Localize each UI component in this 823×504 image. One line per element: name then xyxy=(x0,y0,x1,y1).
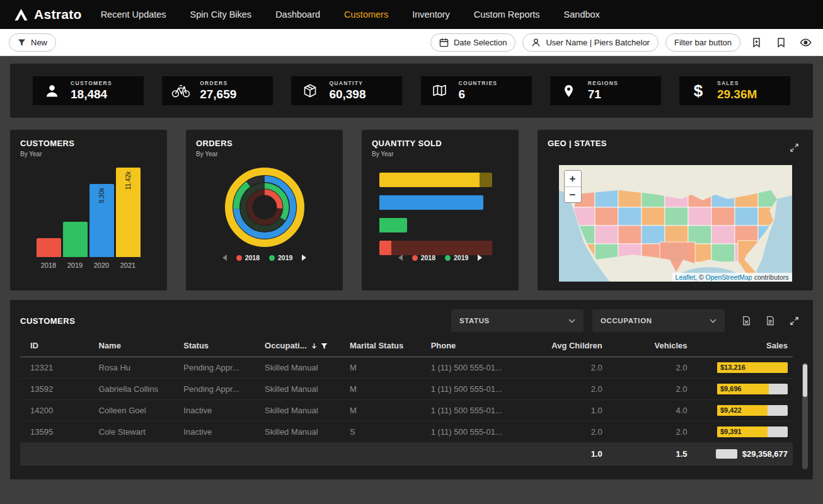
expand-table-button[interactable] xyxy=(785,312,803,329)
panel-quantity-sold-by-year: QUANTITY SOLD By Year 2018 2019 xyxy=(362,130,519,290)
nav-item-custom-reports[interactable]: Custom Reports xyxy=(474,9,540,20)
state-region[interactable] xyxy=(665,207,688,226)
state-region[interactable] xyxy=(688,207,711,226)
eye-icon[interactable] xyxy=(797,33,814,51)
new-button-label: New xyxy=(31,38,47,47)
state-region[interactable] xyxy=(711,226,735,244)
panel-customers-by-year: CUSTOMERS By Year 9.30k 11.42k 2018 2019… xyxy=(10,130,167,290)
bar-2018[interactable] xyxy=(37,238,61,257)
state-region[interactable] xyxy=(642,207,665,226)
export-excel-button[interactable] xyxy=(737,312,755,329)
zoom-out-button[interactable]: − xyxy=(565,186,581,202)
bicycle-icon xyxy=(171,83,190,98)
bookmark-icon[interactable] xyxy=(772,33,790,51)
state-region[interactable] xyxy=(711,207,735,226)
totals-row: 1.0 1.5 $29,358,677 xyxy=(20,443,793,466)
legend-prev-button[interactable] xyxy=(398,255,403,261)
nav-item-sandbox[interactable]: Sandbox xyxy=(564,9,600,20)
kpi-label: SALES xyxy=(717,80,757,86)
table-row[interactable]: 14200 Colleen Goel Inactive Skilled Manu… xyxy=(20,400,793,421)
legend-next-button[interactable] xyxy=(478,255,482,261)
status-filter-dropdown[interactable]: STATUS xyxy=(451,309,584,332)
bar-2021[interactable]: 11.42k xyxy=(116,168,141,257)
leaflet-map[interactable]: + − Leaflet, © OpenStreetMap contribu xyxy=(559,165,792,282)
nav-item-spin-city-bikes[interactable]: Spin City Bikes xyxy=(190,9,252,20)
column-header-phone[interactable]: Phone xyxy=(426,335,546,357)
bar-2020[interactable]: 9.30k xyxy=(89,184,114,257)
leaflet-link[interactable]: Leaflet xyxy=(676,273,696,281)
cell-name: Cole Stewart xyxy=(93,421,178,443)
legend-dot xyxy=(412,255,418,261)
occupation-filter-dropdown[interactable]: OCCUPATION xyxy=(592,309,725,332)
dropdown-label: STATUS xyxy=(459,317,490,324)
nav-item-customers[interactable]: Customers xyxy=(344,9,388,20)
state-region[interactable] xyxy=(642,226,665,244)
kpi-label: REGIONS xyxy=(588,80,618,86)
state-region[interactable] xyxy=(665,226,688,244)
zoom-in-button[interactable]: + xyxy=(565,171,581,186)
cell-phone: 1 (11) 500 555-01... xyxy=(426,421,546,443)
legend-item-2018[interactable]: 2018 xyxy=(236,254,260,261)
state-region[interactable] xyxy=(595,207,618,226)
funnel-icon xyxy=(18,38,26,47)
sales-value: $13,216 xyxy=(720,364,745,372)
quantity-bar-chart xyxy=(379,173,496,255)
column-header-status[interactable]: Status xyxy=(178,335,260,357)
new-filter-button[interactable]: New xyxy=(9,33,56,52)
column-header-occupation[interactable]: Occupati... xyxy=(260,335,345,357)
legend-item-2019[interactable]: 2019 xyxy=(269,254,292,261)
chart-title: QUANTITY SOLD xyxy=(372,139,509,148)
charts-row: CUSTOMERS By Year 9.30k 11.42k 2018 2019… xyxy=(10,130,813,290)
hbar-2019[interactable] xyxy=(379,218,496,232)
state-region[interactable] xyxy=(711,244,735,262)
brand-logo[interactable]: Astrato xyxy=(14,7,82,22)
nav-item-inventory[interactable]: Inventory xyxy=(412,9,450,20)
table-row[interactable]: 12321 Rosa Hu Pending Appr... Skilled Ma… xyxy=(20,357,793,379)
filter-bar-button[interactable]: Filter bar button xyxy=(665,33,740,52)
osm-link[interactable]: OpenStreetMap xyxy=(706,273,752,281)
kpi-label: ORDERS xyxy=(200,80,236,86)
legend-prev-button[interactable] xyxy=(222,255,227,261)
nav-item-dashboard[interactable]: Dashboard xyxy=(275,9,320,20)
hbar-2020[interactable] xyxy=(379,195,496,210)
cell-occupation: Skilled Manual xyxy=(260,379,345,400)
state-region[interactable] xyxy=(735,207,758,226)
expand-map-button[interactable] xyxy=(785,139,803,156)
orders-donut-chart[interactable] xyxy=(219,161,311,253)
column-header-marital-status[interactable]: Marital Status xyxy=(345,335,426,357)
x-axis-labels: 2018 2019 2020 2021 xyxy=(37,261,141,269)
scrollbar-thumb[interactable] xyxy=(803,364,807,397)
legend-next-button[interactable] xyxy=(302,255,306,261)
cell-name: Gabriella Collins xyxy=(93,379,178,400)
column-header-sales[interactable]: Sales xyxy=(693,335,793,357)
legend-item-2019[interactable]: 2019 xyxy=(445,254,468,261)
table-row[interactable]: 13592 Gabriella Collins Pending Appr... … xyxy=(20,379,793,400)
export-document-button[interactable] xyxy=(761,312,779,329)
bar-2019[interactable] xyxy=(63,222,88,257)
filter-bar-label: Filter bar button xyxy=(674,38,732,47)
state-region[interactable] xyxy=(688,226,711,244)
us-states-map[interactable] xyxy=(559,165,792,282)
chart-legend: 2018 2019 xyxy=(362,254,519,261)
hbar-2018[interactable] xyxy=(379,241,496,255)
table-row[interactable]: 13595 Cole Stewart Inactive Skilled Manu… xyxy=(20,421,793,443)
column-header-avg-children[interactable]: Avg Children xyxy=(546,335,607,357)
cell-occupation: Skilled Manual xyxy=(260,357,345,379)
user-button[interactable]: User Name | Piers Batchelor xyxy=(522,33,659,52)
column-header-id[interactable]: ID xyxy=(20,335,93,357)
state-region[interactable] xyxy=(618,226,642,244)
bar-value-label: 9.30k xyxy=(98,188,105,203)
state-region[interactable] xyxy=(595,226,618,244)
panel-geo-states: GEO | STATES + − xyxy=(538,130,813,290)
hbar-2021[interactable] xyxy=(379,173,496,187)
bookmark-add-icon[interactable] xyxy=(747,33,765,51)
date-selection-button[interactable]: Date Selection xyxy=(430,33,516,52)
state-region[interactable] xyxy=(618,207,642,226)
nav-item-recent-updates[interactable]: Recent Updates xyxy=(101,9,166,20)
column-header-name[interactable]: Name xyxy=(93,335,178,357)
legend-item-2018[interactable]: 2018 xyxy=(412,254,435,261)
kpi-value: 6 xyxy=(459,88,498,101)
kpi-card-sales: $ SALES 29.36M xyxy=(679,76,790,105)
column-header-vehicles[interactable]: Vehicles xyxy=(607,335,693,357)
cell-vehicles: 4.0 xyxy=(607,400,693,421)
